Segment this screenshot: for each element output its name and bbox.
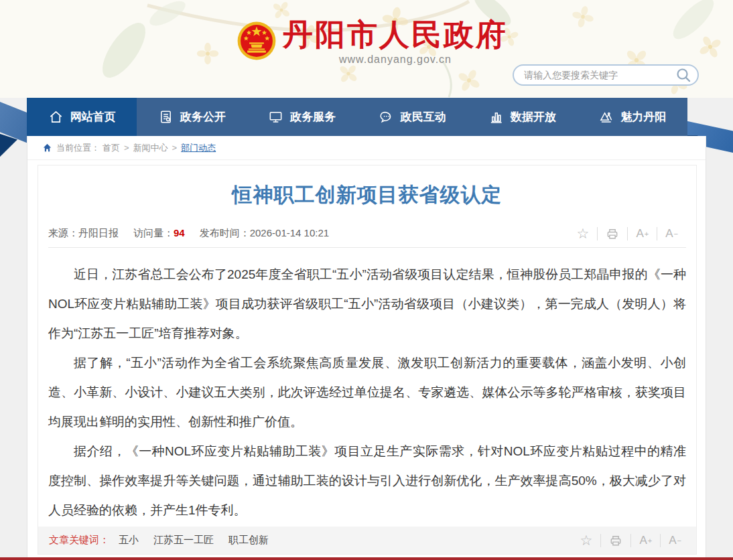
main-nav: 网站首页 政务公开 政务服务 政民互动 数据开放 bbox=[27, 98, 687, 136]
document-icon bbox=[158, 109, 174, 125]
site-title: 丹阳市人民政府 bbox=[283, 17, 508, 52]
star-icon: ☆ bbox=[580, 534, 593, 547]
article-body: 近日，江苏省总工会公布了2025年度全省职工“五小”活动省级项目认定结果，恒神股… bbox=[38, 248, 696, 525]
nav-item-home[interactable]: 网站首页 bbox=[27, 98, 137, 136]
national-emblem-icon bbox=[237, 21, 276, 60]
favorite-button[interactable]: ☆ bbox=[572, 534, 601, 547]
content-wrapper: 当前位置： 首页 > 新闻中心 > 部门动态 恒神职工创新项目获省级认定 来源：… bbox=[27, 136, 706, 557]
bar-chart-icon bbox=[488, 109, 504, 125]
site-header: 丹阳市人民政府 www.danyang.gov.cn bbox=[0, 0, 733, 98]
article-toolbar-top: ☆ A+ A− bbox=[569, 227, 686, 240]
star-icon: ☆ bbox=[577, 227, 590, 240]
article-paragraph: 近日，江苏省总工会公布了2025年度全省职工“五小”活动省级项目认定结果，恒神股… bbox=[48, 260, 686, 348]
meta-views: 访问量：94 bbox=[133, 227, 185, 240]
nav-item-charming-danyang[interactable]: 魅力丹阳 bbox=[578, 98, 687, 136]
site-url: www.danyang.gov.cn bbox=[283, 54, 508, 66]
favorite-button[interactable]: ☆ bbox=[569, 227, 598, 240]
keyword-link[interactable]: 职工创新 bbox=[228, 534, 269, 547]
home-icon bbox=[48, 109, 64, 125]
scenery-icon bbox=[598, 109, 614, 125]
nav-item-gov-info[interactable]: 政务公开 bbox=[137, 98, 247, 136]
footer-top-border bbox=[0, 557, 733, 560]
keywords-label: 文章关键词： bbox=[49, 534, 109, 547]
article-paragraph: 据了解，“五小”活动作为全省工会系统聚焦高质量发展、激发职工创新活力的重要载体，… bbox=[48, 348, 686, 437]
nav-item-gov-services[interactable]: 政务服务 bbox=[247, 98, 357, 136]
breadcrumb-separator: > bbox=[172, 143, 178, 153]
print-button[interactable] bbox=[600, 534, 630, 547]
keyword-link[interactable]: 五小 bbox=[119, 534, 139, 547]
font-increase-button[interactable]: A+ bbox=[627, 227, 657, 240]
meta-source: 来源：丹阳日报 bbox=[48, 227, 119, 240]
printer-icon bbox=[606, 227, 619, 240]
print-button[interactable] bbox=[597, 227, 627, 240]
breadcrumb: 当前位置： 首页 > 新闻中心 > 部门动态 bbox=[27, 136, 706, 160]
breadcrumb-separator: > bbox=[124, 143, 129, 153]
font-increase-button[interactable]: A+ bbox=[630, 534, 660, 547]
printer-icon bbox=[609, 534, 622, 547]
font-decrease-button[interactable]: A− bbox=[657, 227, 686, 240]
page: 丹阳市人民政府 www.danyang.gov.cn 网站首页 bbox=[0, 0, 733, 560]
search-icon bbox=[675, 67, 691, 83]
chat-icon bbox=[379, 109, 394, 125]
breadcrumb-current[interactable]: 部门动态 bbox=[181, 142, 216, 154]
nav-item-label: 魅力丹阳 bbox=[620, 109, 666, 125]
article-toolbar-bottom: ☆ A+ A− bbox=[572, 534, 689, 547]
breadcrumb-link-home[interactable]: 首页 bbox=[103, 142, 120, 154]
search-input[interactable] bbox=[524, 70, 675, 80]
views-count: 94 bbox=[174, 227, 185, 238]
nav-item-label: 政务公开 bbox=[180, 109, 226, 125]
keywords-band: 文章关键词： 五小 江苏五一工匠 职工创新 ☆ A+ A− bbox=[38, 527, 696, 554]
breadcrumb-home-icon bbox=[43, 143, 52, 152]
search-box bbox=[513, 64, 699, 86]
site-logo[interactable]: 丹阳市人民政府 www.danyang.gov.cn bbox=[237, 17, 508, 66]
keyword-link[interactable]: 江苏五一工匠 bbox=[153, 534, 214, 547]
nav-item-public-interaction[interactable]: 政民互动 bbox=[357, 98, 467, 136]
nav-item-label: 网站首页 bbox=[70, 109, 116, 125]
article-card: 恒神职工创新项目获省级认定 来源：丹阳日报 访问量：94 发布时间：2026-0… bbox=[38, 165, 697, 555]
nav-item-label: 数据开放 bbox=[511, 109, 556, 125]
article-meta-row: 来源：丹阳日报 访问量：94 发布时间：2026-01-14 10:21 ☆ A… bbox=[48, 220, 686, 248]
search-button[interactable] bbox=[675, 66, 692, 84]
article-title: 恒神职工创新项目获省级认定 bbox=[38, 182, 696, 209]
breadcrumb-link-news-center[interactable]: 新闻中心 bbox=[133, 142, 168, 154]
nav-item-open-data[interactable]: 数据开放 bbox=[467, 98, 577, 136]
meta-publish-time: 发布时间：2026-01-14 10:21 bbox=[200, 227, 329, 240]
font-decrease-button[interactable]: A− bbox=[660, 534, 689, 547]
monitor-icon bbox=[268, 109, 283, 125]
breadcrumb-label: 当前位置： bbox=[56, 142, 100, 154]
nav-item-label: 政务服务 bbox=[290, 109, 336, 125]
article-paragraph: 据介绍，《一种NOL环应变片粘贴辅助工装》项目立足生产实际需求，针对NOL环应变… bbox=[48, 437, 686, 525]
nav-item-label: 政民互动 bbox=[401, 109, 446, 125]
article-meta: 来源：丹阳日报 访问量：94 发布时间：2026-01-14 10:21 bbox=[48, 227, 340, 240]
